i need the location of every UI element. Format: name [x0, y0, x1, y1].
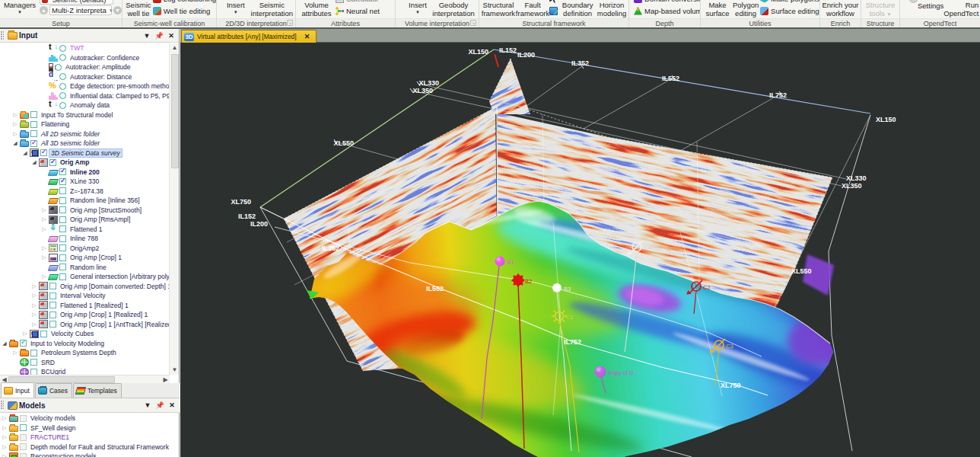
- enrich-your-workflow-button[interactable]: Enrich your workflow: [820, 0, 861, 18]
- models-tree-item[interactable]: ▷SF_Well design: [0, 423, 179, 433]
- expander-icon[interactable]: ▷: [30, 312, 39, 318]
- expander-icon[interactable]: ▷: [30, 321, 39, 328]
- checkbox[interactable]: [20, 424, 27, 431]
- checkbox[interactable]: [49, 292, 56, 299]
- checkbox[interactable]: [59, 168, 66, 175]
- tree-item-label[interactable]: Z=-1874.38: [68, 187, 105, 195]
- input-tree-item[interactable]: ▷Orig Amp [Domain converted: Depth] 1 [R: [0, 282, 169, 292]
- panel-tab-templates[interactable]: Templates: [73, 383, 122, 398]
- tree-item-label[interactable]: Orig Amp [StructSmooth]: [68, 206, 143, 214]
- input-tree-item[interactable]: Random line [Inline 356]: [0, 196, 169, 206]
- checkbox[interactable]: [40, 331, 47, 337]
- checkbox[interactable]: [30, 130, 37, 137]
- input-tree-item[interactable]: ▷Flattened 1: [0, 225, 169, 235]
- volume-interpretation-dialog-launcher[interactable]: ↘: [470, 20, 476, 26]
- expander-icon[interactable]: ▷: [11, 350, 20, 356]
- radio-indicator[interactable]: [59, 102, 66, 109]
- insert-volume-button[interactable]: Insert▼: [405, 0, 431, 15]
- checkbox[interactable]: [20, 415, 27, 422]
- checkbox[interactable]: [30, 369, 37, 375]
- well-tie-editing-button[interactable]: Well tie editing: [153, 6, 216, 15]
- radio-indicator[interactable]: [59, 45, 66, 52]
- tree-item-label[interactable]: Petroleum Systems Depth: [40, 349, 118, 356]
- input-tree-item[interactable]: ▷Orig Amp [Crop] 1: [0, 253, 169, 263]
- volume-attributes-button[interactable]: Volume attributes: [299, 0, 334, 18]
- tree-item-label[interactable]: Inline 200: [68, 168, 101, 176]
- checkbox[interactable]: [49, 159, 56, 166]
- tree-item-label[interactable]: Orig Amp [Crop] 1 [AntTrack] [Realized] …: [59, 321, 169, 328]
- tree-item-label[interactable]: BCUgrid: [40, 368, 67, 375]
- settings-button[interactable]: Settings: [918, 1, 943, 11]
- tree-item-label[interactable]: Autotracker: Amplitude: [64, 63, 132, 71]
- expander-icon[interactable]: ▷: [30, 292, 39, 299]
- calculator-button[interactable]: Calculator: [336, 0, 380, 3]
- input-tree-item[interactable]: ▷Flattened 1 [Realized] 1: [0, 301, 169, 311]
- radio-indicator[interactable]: [59, 73, 66, 80]
- tree-item-label[interactable]: Depth model for Fault and Structural Fra…: [29, 443, 170, 451]
- tree-item-label[interactable]: Influential data: Clamped to P5, P95: [68, 92, 169, 100]
- structure-tools-button[interactable]: Structure tools ▼: [861, 0, 899, 18]
- tree-item-label[interactable]: Input To Structural model: [40, 111, 114, 119]
- panel-tab-cases[interactable]: Cases: [35, 383, 72, 398]
- input-tree-item[interactable]: BCUgrid: [0, 367, 169, 375]
- input-tree-item[interactable]: ▷Petroleum Systems Depth: [0, 348, 169, 358]
- checkbox[interactable]: [30, 140, 37, 147]
- geobody-interpretation-button[interactable]: Geobody interpretation: [431, 0, 476, 18]
- checkbox[interactable]: [59, 273, 66, 280]
- input-tree-item[interactable]: ▷Velocity Cubes: [0, 329, 169, 339]
- checkbox[interactable]: [49, 283, 56, 289]
- input-tree-item[interactable]: Autotracker: Distance: [0, 72, 169, 82]
- checkbox[interactable]: [59, 216, 66, 223]
- seismic-default-combo[interactable]: Seismic (default): [40, 0, 113, 5]
- tree-item-label[interactable]: General intersection [Arbitrary polygon]: [68, 273, 169, 280]
- input-panel-pin-icon[interactable]: 📌: [154, 31, 164, 40]
- input-tree-item[interactable]: Autotracker: Amplitude: [0, 62, 169, 72]
- multiz-combo[interactable]: Multi-Z interpreta▼: [49, 5, 112, 15]
- map-based-volumes-button[interactable]: Map-based volumes: [634, 6, 701, 15]
- scroll-up-icon[interactable]: ▲: [170, 43, 180, 53]
- expander-icon[interactable]: ▷: [0, 444, 9, 450]
- expander-icon[interactable]: ▷: [40, 216, 49, 222]
- checkbox[interactable]: [20, 453, 27, 457]
- tree-item-label[interactable]: XLine 330: [68, 177, 100, 185]
- input-tree-item[interactable]: Edge detection: pre-smooth method, c: [0, 81, 169, 91]
- expander-icon[interactable]: ▷: [21, 331, 30, 337]
- tree-item-label[interactable]: All 3D seismic folder: [40, 139, 101, 147]
- surface-editing-button[interactable]: Surface editing: [760, 6, 819, 15]
- input-tree-item[interactable]: TWT: [0, 43, 169, 53]
- expander-icon[interactable]: ▷: [0, 434, 9, 440]
- neural-net-button[interactable]: Neural net: [336, 6, 380, 15]
- structural-framework-button[interactable]: Structural framework: [481, 0, 516, 18]
- fault-framework-button[interactable]: Fault framework: [516, 0, 549, 18]
- input-tree-item[interactable]: ▷Orig Amp [Crop] 1 [AntTrack] [Realized]…: [0, 320, 169, 330]
- models-panel-grip[interactable]: [1, 401, 4, 410]
- expander-icon[interactable]: ▷: [30, 302, 39, 308]
- input-tree-item[interactable]: ▷OrigAmp2: [0, 244, 169, 254]
- panel-tab-input[interactable]: Input: [1, 382, 34, 398]
- expander-icon[interactable]: ◢: [30, 159, 39, 165]
- polygon-editing-button[interactable]: Polygon editing: [731, 0, 760, 18]
- input-tree-item[interactable]: ▷General intersection [Arbitrary polygon…: [0, 272, 169, 282]
- tree-item-label[interactable]: FRACTURE1: [29, 433, 71, 441]
- checkbox[interactable]: [40, 149, 47, 156]
- boundary-definition-button[interactable]: Boundary definition: [560, 0, 595, 18]
- checkbox[interactable]: [20, 443, 27, 450]
- input-tree-item[interactable]: Anomaly data: [0, 101, 169, 110]
- input-tree-item[interactable]: ◢Input to Velocity Modeling: [0, 339, 169, 349]
- expander-icon[interactable]: ◢: [11, 140, 20, 146]
- multiz-prev-button[interactable]: ▲: [40, 6, 48, 14]
- expander-icon[interactable]: ▷: [11, 112, 20, 118]
- tree-item-label[interactable]: Autotracker: Distance: [68, 73, 133, 81]
- expander-icon[interactable]: ◢: [21, 150, 30, 156]
- expander-icon[interactable]: ▷: [11, 121, 20, 127]
- tree-item-label[interactable]: Orig Amp [RmsAmpl]: [68, 216, 132, 223]
- expander-icon[interactable]: ◢: [0, 340, 9, 347]
- checkbox[interactable]: [59, 178, 66, 185]
- input-tree-item[interactable]: ▷Interval Velocity: [0, 291, 169, 301]
- input-tree-item[interactable]: ▷Orig Amp [StructSmooth]: [0, 206, 169, 216]
- checkbox[interactable]: [59, 206, 66, 213]
- input-tree-item[interactable]: ◢3D Seismic Data survey: [0, 149, 169, 158]
- checkbox[interactable]: [49, 321, 56, 328]
- tree-item-label[interactable]: Anomaly data: [68, 101, 111, 109]
- tree-item-label[interactable]: OrigAmp2: [68, 244, 100, 252]
